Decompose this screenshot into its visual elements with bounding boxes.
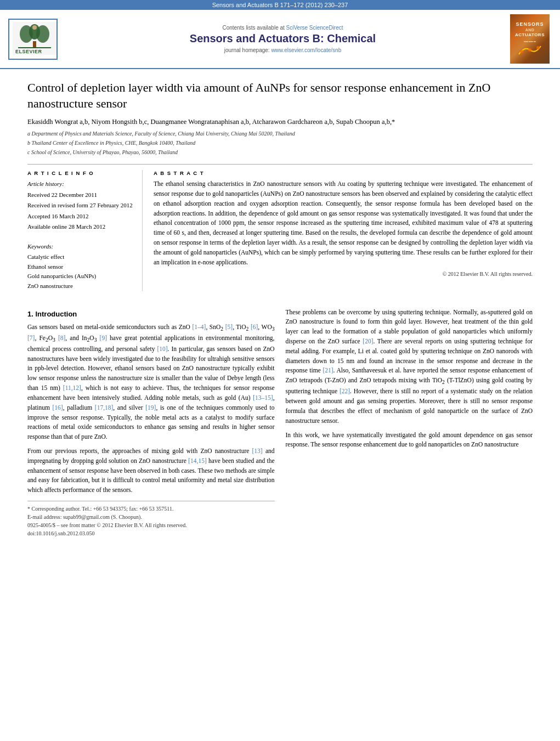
sciverse-line: Contents lists available at SciVerse Sci… bbox=[63, 25, 502, 31]
ref-7: [7] bbox=[27, 335, 35, 341]
sensors-logo-box: SENSORS AND ACTUATORS ━━━━━ bbox=[510, 14, 550, 64]
journal-info: Contents lists available at SciVerse Sci… bbox=[63, 25, 502, 53]
journal-homepage: journal homepage: www.elsevier.com/locat… bbox=[63, 47, 502, 53]
homepage-url[interactable]: www.elsevier.com/locate/snb bbox=[271, 47, 341, 53]
section-title-text: Introduction bbox=[35, 310, 77, 318]
ref-13: [13] bbox=[252, 448, 263, 454]
main-body: 1. Introduction Gas sensors based on met… bbox=[0, 302, 560, 548]
ref-17-18: [17,18] bbox=[95, 404, 114, 411]
sensors-logo-decorative: ━━━━━ bbox=[524, 39, 536, 43]
affiliation-c: c School of Science, University of Phaya… bbox=[27, 148, 533, 156]
divider-1 bbox=[27, 164, 533, 165]
keyword-3: Gold nanoparticles (AuNPs) bbox=[27, 271, 134, 281]
abstract-text: The ethanol sensing characteristics in Z… bbox=[154, 179, 533, 267]
authors-text: Ekasiddh Wongrat a,b, Niyom Hongsith b,c… bbox=[27, 118, 395, 126]
elsevier-svg-icon: ELSEVIER bbox=[13, 22, 56, 55]
sensors-logo-text-actuators: ACTUATORS bbox=[515, 32, 545, 37]
elsevier-logo: ELSEVIER bbox=[8, 19, 58, 60]
authors-line: Ekasiddh Wongrat a,b, Niyom Hongsith b,c… bbox=[27, 118, 533, 126]
footnote-area: * Corresponding author. Tel.: +66 53 943… bbox=[27, 501, 275, 538]
available-date: Available online 28 March 2012 bbox=[27, 222, 134, 231]
article-info-column: A R T I C L E I N F O Article history: R… bbox=[27, 170, 143, 291]
affiliation-b: b Thailand Center of Excellence in Physi… bbox=[27, 139, 533, 147]
svg-point-11 bbox=[536, 46, 540, 49]
ref-1-4: [1–4] bbox=[192, 324, 206, 330]
keyword-1: Catalytic effect bbox=[27, 252, 134, 262]
ref-6: [6] bbox=[251, 324, 258, 330]
homepage-label: journal homepage: bbox=[224, 47, 270, 53]
svg-point-3 bbox=[36, 25, 49, 43]
journal-header-bar: Sensors and Actuators B 171–172 (2012) 2… bbox=[0, 0, 560, 10]
journal-citation: Sensors and Actuators B 171–172 (2012) 2… bbox=[212, 2, 348, 8]
keyword-2: Ethanol sensor bbox=[27, 262, 134, 272]
intro-paragraph-4: In this work, we have systematically inv… bbox=[286, 431, 533, 450]
keywords-list: Catalytic effect Ethanol sensor Gold nan… bbox=[27, 252, 134, 291]
doi-line: doi:10.1016/j.snb.2012.03.050 bbox=[27, 529, 275, 538]
accepted-date: Accepted 16 March 2012 bbox=[27, 212, 134, 221]
abstract-label: A B S T R A C T bbox=[154, 170, 533, 176]
affiliation-a: a Department of Physics and Materials Sc… bbox=[27, 129, 533, 138]
article-title: Control of depletion layer width via amo… bbox=[27, 80, 533, 111]
article-info-abstract: A R T I C L E I N F O Article history: R… bbox=[27, 170, 533, 291]
intro-paragraph-2: From our previous reports, the approache… bbox=[27, 446, 275, 495]
abstract-column: A B S T R A C T The ethanol sensing char… bbox=[154, 170, 533, 291]
elsevier-logo-box: ELSEVIER bbox=[8, 19, 58, 60]
ref-10: [10] bbox=[157, 346, 167, 352]
ref-9: [9] bbox=[100, 335, 107, 341]
svg-text:ELSEVIER: ELSEVIER bbox=[15, 49, 42, 54]
svg-point-10 bbox=[528, 48, 531, 52]
journal-header: ELSEVIER Contents lists available at Sci… bbox=[0, 10, 560, 69]
ref-16: [16] bbox=[53, 404, 63, 411]
received-revised-date: Received in revised form 27 February 201… bbox=[27, 201, 134, 210]
keywords-label-text: Keywords: bbox=[27, 243, 53, 250]
issn-line: 0925-4005/$ – see front matter © 2012 El… bbox=[27, 521, 275, 529]
article-content-area: Control of depletion layer width via amo… bbox=[0, 69, 560, 302]
ref-13-15: [13–15] bbox=[253, 394, 273, 401]
sensors-logo-text-sensors: SENSORS bbox=[516, 21, 544, 27]
ref-8: [8] bbox=[58, 335, 65, 341]
svg-point-6 bbox=[32, 25, 37, 30]
ref-21: [21] bbox=[323, 367, 333, 374]
intro-paragraph-3: These problems can be overcome by using … bbox=[286, 308, 533, 426]
keyword-4: ZnO nanostructure bbox=[27, 281, 134, 291]
affiliations: a Department of Physics and Materials Sc… bbox=[27, 129, 533, 156]
svg-rect-4 bbox=[33, 41, 36, 48]
ref-19: [19] bbox=[145, 404, 156, 411]
ref-5: [5] bbox=[225, 324, 233, 330]
sciverse-link[interactable]: SciVerse ScienceDirect bbox=[286, 25, 343, 31]
sensors-actuators-logo: SENSORS AND ACTUATORS ━━━━━ bbox=[508, 14, 552, 64]
intro-paragraph-1: Gas sensors based on metal-oxide semicon… bbox=[27, 323, 275, 442]
article-history-label: Article history: bbox=[27, 179, 134, 189]
sensors-logo-graphic bbox=[516, 43, 544, 57]
main-right-column: These problems can be overcome by using … bbox=[286, 308, 533, 538]
ref-11-12: [11,12] bbox=[63, 384, 81, 391]
ref-22: [22] bbox=[340, 388, 350, 394]
received-date: Received 22 December 2011 bbox=[27, 190, 134, 200]
ref-20: [20] bbox=[363, 338, 373, 344]
copyright-line: © 2012 Elsevier B.V. All rights reserved… bbox=[154, 271, 533, 277]
keywords-label: Keywords: bbox=[27, 242, 134, 251]
corresponding-author: * Corresponding author. Tel.: +66 53 943… bbox=[27, 505, 275, 513]
section-number: 1. bbox=[27, 310, 33, 318]
email-address: E-mail address: supab99@gmail.com (S. Ch… bbox=[27, 513, 275, 521]
history-label-text: Article history: bbox=[27, 180, 64, 187]
journal-title: Sensors and Actuators B: Chemical bbox=[63, 32, 502, 45]
svg-point-9 bbox=[520, 50, 523, 53]
article-info-label: A R T I C L E I N F O bbox=[27, 170, 134, 176]
sensors-logo-text-and: AND bbox=[525, 28, 535, 32]
introduction-title: 1. Introduction bbox=[27, 310, 275, 318]
ref-14-15: [14,15] bbox=[188, 457, 207, 464]
main-left-column: 1. Introduction Gas sensors based on met… bbox=[27, 308, 275, 538]
